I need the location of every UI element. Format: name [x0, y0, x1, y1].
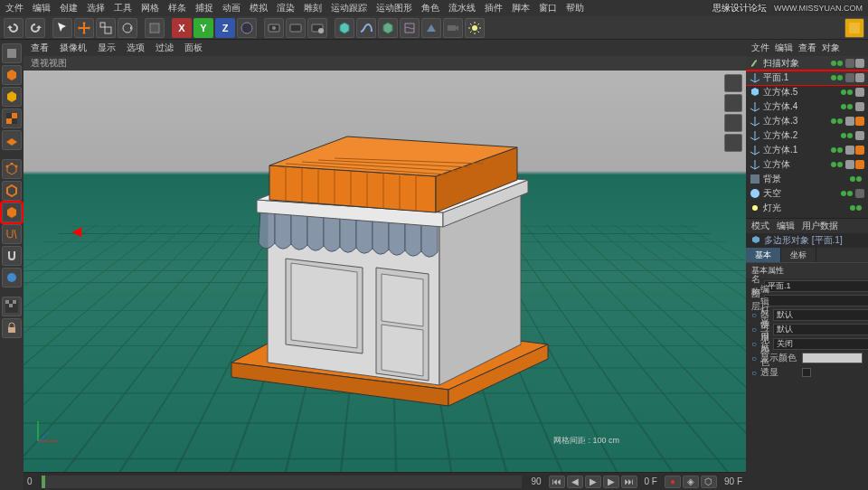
polygon-mode-button[interactable] [2, 203, 22, 222]
key-pos-button[interactable]: ⬡ [701, 476, 717, 488]
tag-check-icon[interactable] [855, 88, 864, 97]
obj-row-3[interactable]: 立方体.4 [746, 99, 868, 114]
tag-pen-icon[interactable] [845, 59, 854, 68]
model-mode-button[interactable] [2, 65, 22, 85]
object-mode-button[interactable] [2, 87, 22, 107]
tag-check-icon[interactable] [845, 117, 854, 126]
timeline-track[interactable] [42, 476, 523, 488]
obj-visibility[interactable] [831, 147, 843, 153]
attr-input-1[interactable] [764, 295, 868, 306]
attr-mode-1[interactable]: 编辑 [777, 220, 795, 232]
attr-checkbox-6[interactable] [802, 368, 811, 377]
menu-15[interactable]: 流水线 [448, 2, 476, 14]
next-frame-button[interactable]: ▶ [603, 476, 619, 488]
tag-orange-icon[interactable] [855, 146, 864, 155]
menu-4[interactable]: 工具 [114, 2, 132, 14]
obj-row-6[interactable]: 立方体.1 [746, 143, 868, 157]
menu-0[interactable]: 文件 [5, 2, 24, 14]
deformer-button[interactable] [400, 18, 420, 38]
menu-5[interactable]: 网格 [141, 2, 159, 14]
obj-row-10[interactable]: 灯光 [746, 201, 868, 215]
menu-10[interactable]: 渲染 [277, 2, 295, 14]
tag-pen-icon[interactable] [845, 73, 854, 82]
make-editable-button[interactable] [2, 43, 22, 63]
attr-mode-2[interactable]: 用户数据 [802, 220, 838, 232]
attr-tab-coord[interactable]: 坐标 [781, 248, 816, 262]
obj-row-7[interactable]: 立方体 [746, 157, 868, 172]
light-button[interactable] [465, 18, 485, 38]
menu-16[interactable]: 插件 [485, 2, 503, 14]
obj-visibility[interactable] [850, 205, 862, 211]
menu-8[interactable]: 动画 [222, 2, 241, 14]
obj-visibility[interactable] [850, 176, 862, 182]
goto-start-button[interactable]: ⏮ [549, 476, 565, 488]
menu-12[interactable]: 运动跟踪 [331, 2, 367, 14]
obj-visibility[interactable] [841, 90, 853, 95]
viewport-nav-widget[interactable] [724, 74, 742, 152]
attr-input-0[interactable] [764, 280, 868, 292]
scene-button[interactable] [421, 18, 441, 38]
cube-primitive-button[interactable] [335, 18, 354, 38]
checker-button[interactable] [2, 297, 22, 316]
vpmenu-4[interactable]: 过滤 [156, 42, 174, 54]
menu-18[interactable]: 窗口 [539, 2, 557, 14]
obj-visibility[interactable] [841, 191, 853, 196]
tag-sky-icon[interactable] [855, 189, 864, 198]
tag-check-icon[interactable] [845, 160, 854, 169]
coord-system-button[interactable] [237, 18, 257, 38]
redo-button[interactable] [25, 18, 45, 38]
menu-2[interactable]: 创建 [60, 2, 78, 14]
attr-input-4[interactable] [773, 338, 868, 350]
obj-visibility[interactable] [831, 162, 843, 167]
menu-3[interactable]: 选择 [87, 2, 105, 14]
snap-button[interactable] [2, 246, 22, 266]
render-settings-button[interactable] [307, 18, 327, 38]
attr-mode-0[interactable]: 模式 [751, 220, 769, 232]
move-tool[interactable] [74, 18, 94, 38]
rotate-tool[interactable] [118, 18, 137, 38]
objmgr-tab-1[interactable]: 编辑 [775, 42, 793, 54]
select-tool[interactable] [52, 18, 72, 38]
obj-row-0[interactable]: 扫描对象 [746, 56, 868, 71]
obj-visibility[interactable] [841, 133, 853, 138]
objmgr-tab-0[interactable]: 文件 [751, 42, 769, 54]
tag-orange-icon[interactable] [855, 117, 864, 126]
edge-mode-button[interactable] [2, 181, 22, 201]
obj-row-5[interactable]: 立方体.2 [746, 128, 868, 143]
obj-visibility[interactable] [831, 61, 843, 66]
attr-tab-basic[interactable]: 基本 [746, 248, 781, 262]
vpmenu-1[interactable]: 摄像机 [60, 42, 87, 54]
obj-visibility[interactable] [831, 75, 843, 80]
point-mode-button[interactable] [2, 159, 22, 179]
vpmenu-5[interactable]: 面板 [184, 42, 203, 54]
menu-7[interactable]: 捕捉 [195, 2, 213, 14]
tag-check-icon[interactable] [855, 59, 864, 68]
goto-end-button[interactable]: ⏭ [621, 476, 637, 488]
attr-color-5[interactable] [802, 353, 863, 363]
objmgr-tab-2[interactable]: 查看 [798, 42, 816, 54]
play-button[interactable]: ▶ [585, 476, 601, 488]
texture-mode-button[interactable] [2, 108, 22, 128]
viewport[interactable]: ◄ 网格间距 : 100 cm [24, 71, 746, 472]
menu-14[interactable]: 角色 [421, 2, 439, 14]
render-pv-button[interactable] [286, 18, 306, 38]
obj-row-1[interactable]: 平面.1 [746, 71, 868, 85]
menu-6[interactable]: 样条 [168, 2, 186, 14]
scale-tool[interactable] [96, 18, 116, 38]
obj-row-9[interactable]: 天空 [746, 186, 868, 201]
tag-orange-icon[interactable] [855, 160, 864, 169]
obj-visibility[interactable] [841, 104, 853, 109]
soft-select-button[interactable] [2, 268, 22, 287]
axis-z-button[interactable]: Z [215, 18, 235, 38]
obj-row-4[interactable]: 立方体.3 [746, 114, 868, 128]
undo-button[interactable] [4, 18, 24, 38]
vpmenu-3[interactable]: 选项 [127, 42, 145, 54]
prev-frame-button[interactable]: ◀ [567, 476, 583, 488]
vpmenu-0[interactable]: 查看 [31, 42, 49, 54]
menu-17[interactable]: 脚本 [512, 2, 530, 14]
menu-11[interactable]: 雕刻 [304, 2, 322, 14]
layout-button[interactable] [844, 18, 864, 38]
attr-input-3[interactable] [773, 324, 868, 335]
camera-button[interactable] [443, 18, 463, 38]
uv-mode-button[interactable] [2, 224, 22, 244]
